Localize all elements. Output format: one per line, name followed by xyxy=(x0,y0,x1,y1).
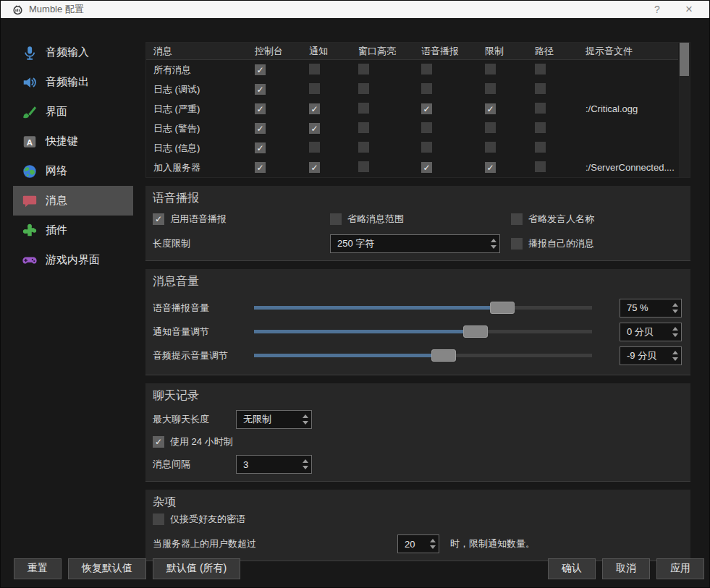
slider-handle[interactable] xyxy=(490,302,515,314)
hour24-checkbox-row[interactable]: 使用 24 小时制 xyxy=(153,435,233,448)
sidebar-item-messages[interactable]: 消息 xyxy=(13,186,133,216)
column-header[interactable]: 语音播报 xyxy=(421,45,485,58)
table-checkbox[interactable] xyxy=(421,103,432,114)
omit-speaker-checkbox[interactable] xyxy=(511,213,523,225)
help-button[interactable]: ? xyxy=(641,1,673,18)
table-checkbox[interactable] xyxy=(309,83,320,94)
slider-handle[interactable] xyxy=(431,349,456,362)
message-interval-spinbox[interactable]: 3 xyxy=(236,455,312,474)
table-checkbox[interactable] xyxy=(421,83,432,94)
enable-tts-checkbox-row[interactable]: 启用语音播报 xyxy=(153,213,330,226)
enable-tts-checkbox[interactable] xyxy=(153,213,164,225)
table-scrollbar[interactable] xyxy=(679,43,690,177)
table-checkbox[interactable] xyxy=(309,123,320,134)
table-row[interactable]: 日志 (信息) xyxy=(146,138,678,158)
table-checkbox[interactable] xyxy=(255,142,266,153)
tts-volume-spinbox[interactable]: 75 % xyxy=(620,299,682,318)
spinner-arrows-icon[interactable] xyxy=(672,351,678,361)
table-checkbox[interactable] xyxy=(358,64,369,74)
table-row[interactable]: 日志 (警告) xyxy=(146,119,678,138)
sidebar-item-interface[interactable]: 界面 xyxy=(13,97,133,127)
column-header[interactable]: 限制 xyxy=(485,45,535,58)
table-checkbox[interactable] xyxy=(485,103,496,114)
table-checkbox[interactable] xyxy=(421,122,432,133)
table-scrollbar-thumb[interactable] xyxy=(680,43,689,76)
sidebar-item-shortcuts[interactable]: A 快捷键 xyxy=(13,127,133,156)
table-checkbox[interactable] xyxy=(309,162,320,173)
table-checkbox[interactable] xyxy=(485,64,496,74)
column-header[interactable]: 路径 xyxy=(535,45,586,58)
hour24-checkbox[interactable] xyxy=(153,436,164,448)
table-checkbox[interactable] xyxy=(421,64,432,74)
table-row[interactable]: 所有消息 xyxy=(146,60,678,80)
table-row[interactable]: 日志 (严重):/Critical.ogg xyxy=(146,99,678,119)
restore-defaults-button[interactable]: 恢复默认值 xyxy=(68,558,146,579)
table-checkbox[interactable] xyxy=(255,123,266,134)
column-header[interactable]: 消息 xyxy=(146,45,255,58)
table-checkbox[interactable] xyxy=(535,161,546,172)
read-own-messages-checkbox-row[interactable]: 播报自己的消息 xyxy=(511,237,682,250)
spinner-arrows-icon[interactable] xyxy=(303,459,308,469)
table-checkbox[interactable] xyxy=(358,142,369,153)
table-checkbox[interactable] xyxy=(421,142,432,153)
table-checkbox[interactable] xyxy=(535,83,546,94)
whisper-friends-checkbox[interactable] xyxy=(153,514,164,525)
table-checkbox[interactable] xyxy=(309,142,320,153)
notification-volume-spinbox[interactable]: 0 分贝 xyxy=(620,323,682,341)
table-checkbox[interactable] xyxy=(485,122,496,133)
table-checkbox[interactable] xyxy=(358,161,369,172)
defaults-all-button[interactable]: 默认值 (所有) xyxy=(153,558,240,579)
table-checkbox[interactable] xyxy=(255,103,266,114)
column-header[interactable]: 提示音文件 xyxy=(586,45,678,58)
table-checkbox[interactable] xyxy=(535,103,546,114)
spinner-arrows-icon[interactable] xyxy=(430,539,436,549)
tts-volume-slider[interactable] xyxy=(254,302,592,314)
table-checkbox[interactable] xyxy=(485,142,496,153)
close-button[interactable]: × xyxy=(673,1,705,18)
cue-volume-spinbox[interactable]: -9 分贝 xyxy=(620,346,682,365)
spinner-arrows-icon[interactable] xyxy=(491,239,496,249)
table-checkbox[interactable] xyxy=(358,83,369,94)
omit-speaker-checkbox-row[interactable]: 省略发言人名称 xyxy=(511,213,682,226)
column-header[interactable]: 控制台 xyxy=(255,45,309,58)
notification-volume-slider[interactable] xyxy=(254,325,592,338)
table-checkbox[interactable] xyxy=(535,122,546,133)
ok-button[interactable]: 确认 xyxy=(548,558,596,579)
sidebar-item-audio-input[interactable]: 音频输入 xyxy=(13,38,133,67)
cancel-button[interactable]: 取消 xyxy=(602,558,650,579)
apply-button[interactable]: 应用 xyxy=(656,558,704,579)
max-chat-length-spinbox[interactable]: 无限制 xyxy=(236,410,312,429)
whisper-friends-checkbox-row[interactable]: 仅接受好友的密语 xyxy=(153,513,682,526)
table-checkbox[interactable] xyxy=(535,142,546,153)
omit-scope-checkbox[interactable] xyxy=(330,213,342,225)
table-checkbox[interactable] xyxy=(358,103,369,114)
spinner-arrows-icon[interactable] xyxy=(672,303,678,313)
read-own-messages-checkbox[interactable] xyxy=(511,238,523,250)
sidebar-item-audio-output[interactable]: 音频输出 xyxy=(13,67,133,97)
table-checkbox[interactable] xyxy=(485,83,496,94)
table-row[interactable]: 加入服务器:/ServerConnected.... xyxy=(146,158,678,177)
slider-handle[interactable] xyxy=(463,325,488,338)
table-checkbox[interactable] xyxy=(535,64,546,74)
table-checkbox[interactable] xyxy=(485,162,496,173)
cue-volume-slider[interactable] xyxy=(254,349,592,362)
length-limit-spinbox[interactable]: 250 字符 xyxy=(330,234,500,253)
table-row[interactable]: 日志 (调试) xyxy=(146,80,678,99)
table-checkbox[interactable] xyxy=(309,64,320,74)
table-checkbox[interactable] xyxy=(255,162,266,173)
sidebar-item-network[interactable]: 网络 xyxy=(13,156,133,186)
reset-button[interactable]: 重置 xyxy=(14,558,62,579)
table-checkbox[interactable] xyxy=(255,84,266,95)
table-checkbox[interactable] xyxy=(309,103,320,114)
column-header[interactable]: 通知 xyxy=(309,45,358,58)
table-checkbox[interactable] xyxy=(421,162,432,173)
sidebar-item-overlay[interactable]: 游戏内界面 xyxy=(13,245,133,275)
column-header[interactable]: 窗口高亮 xyxy=(358,45,421,58)
table-checkbox[interactable] xyxy=(358,122,369,133)
spinner-arrows-icon[interactable] xyxy=(672,327,678,337)
spinner-arrows-icon[interactable] xyxy=(303,414,308,425)
omit-scope-checkbox-row[interactable]: 省略消息范围 xyxy=(330,213,511,226)
table-checkbox[interactable] xyxy=(255,64,266,75)
user-limit-spinbox[interactable]: 20 xyxy=(397,534,439,553)
sidebar-item-plugins[interactable]: 插件 xyxy=(13,216,133,245)
